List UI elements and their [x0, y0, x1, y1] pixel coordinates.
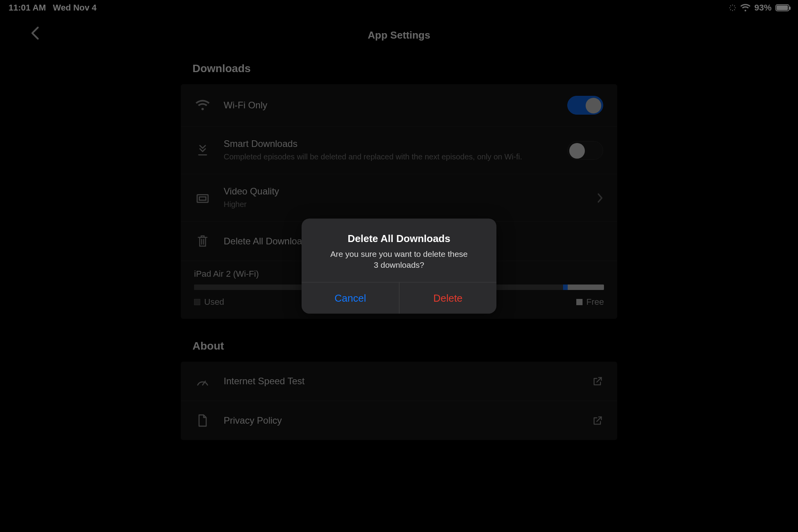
- delete-confirmation-dialog: Delete All Downloads Are you sure you wa…: [302, 218, 496, 314]
- dialog-message: Are you sure you want to delete these 3 …: [315, 248, 483, 270]
- dialog-title: Delete All Downloads: [315, 232, 483, 244]
- cancel-button[interactable]: Cancel: [302, 283, 399, 314]
- delete-button[interactable]: Delete: [399, 283, 496, 314]
